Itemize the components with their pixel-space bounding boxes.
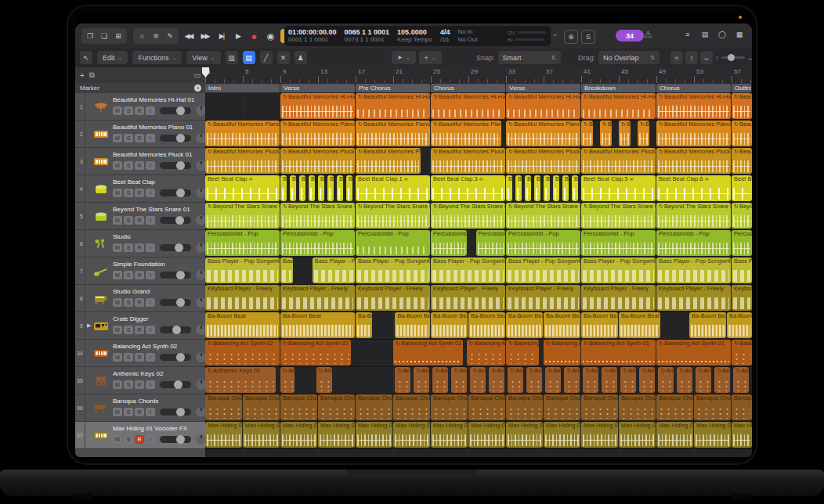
- region[interactable]: ↻Beautiful Memories Pluck 01.2: [656, 148, 731, 174]
- volume-knob[interactable]: [176, 106, 185, 115]
- region[interactable]: Max Hiding 01 V: [205, 422, 242, 448]
- r-button[interactable]: R: [135, 161, 144, 170]
- region[interactable]: Percussionist - Pop: [205, 230, 280, 256]
- bar-ruler[interactable]: 159131721252933374145495357: [205, 67, 752, 83]
- region[interactable]: ↻Balancing Act Synth 02: [205, 340, 280, 365]
- region[interactable]: ↻Beautiful Memories Pluck 02.3: [581, 148, 656, 174]
- region[interactable]: Max Hiding 01 V: [619, 422, 656, 448]
- region[interactable]: Bass Player - Pop Songwriter: [506, 257, 580, 283]
- view-menu[interactable]: View ⌄: [186, 51, 220, 64]
- region[interactable]: Beet Beat Clap: [299, 175, 305, 201]
- region[interactable]: Baroque Chords: [205, 394, 242, 420]
- region[interactable]: Ba-Boom Beat: [581, 312, 618, 338]
- disclosure-icon[interactable]: ▶: [87, 322, 91, 329]
- arrangement-marker[interactable]: Intro: [205, 84, 280, 92]
- r-button[interactable]: R: [135, 435, 144, 444]
- volume-knob[interactable]: [172, 326, 181, 334]
- alert-triangle-icon[interactable]: ⚠: [644, 29, 652, 40]
- s-button[interactable]: S: [124, 380, 133, 389]
- region[interactable]: Bass Player - Pop Songwriter: [313, 257, 355, 283]
- region[interactable]: Ba-Boom Beat: [544, 312, 580, 338]
- i-button[interactable]: I: [146, 435, 155, 444]
- region[interactable]: ↻Anthemic Keys 02: [470, 367, 486, 393]
- editors-icon[interactable]: ✎: [164, 30, 176, 42]
- volume-knob[interactable]: [176, 298, 185, 307]
- forward-button[interactable]: ▶▶: [198, 29, 211, 43]
- region[interactable]: ↻Anthemic Keys 02: [602, 367, 617, 393]
- volume-slider[interactable]: [160, 217, 191, 224]
- region[interactable]: ↻Balancing Act Synth 01: [467, 340, 505, 365]
- region[interactable]: Percussionist - Pop: [581, 230, 656, 256]
- m-button[interactable]: M: [113, 380, 122, 389]
- region[interactable]: Max Hiding 01 V: [431, 422, 468, 448]
- region[interactable]: Max Hiding 01 V: [581, 422, 618, 448]
- region[interactable]: Max Hiding 01 V: [393, 422, 430, 448]
- s-button[interactable]: S: [124, 408, 133, 416]
- region[interactable]: ↻Beautiful Memories Hi-Hat 02.3: [581, 93, 656, 119]
- m-button[interactable]: M: [113, 408, 122, 416]
- r-button[interactable]: R: [135, 326, 144, 334]
- drag-dropdown[interactable]: No Overlap ⇅: [598, 51, 660, 64]
- pan-knob[interactable]: [196, 352, 205, 362]
- horizontal-autozoom-icon[interactable]: ↔: [700, 51, 713, 64]
- region[interactable]: ↻Beautiful Memories Hi-Hat: [732, 93, 752, 119]
- s-button[interactable]: S: [124, 298, 133, 307]
- region[interactable]: ↻Beautiful Memories Piano 01.1: [280, 121, 355, 146]
- add-marker-icon[interactable]: +: [194, 85, 201, 92]
- pan-knob[interactable]: [196, 297, 205, 308]
- region[interactable]: Keyboard Player - Freely: [581, 285, 656, 311]
- m-button[interactable]: M: [113, 435, 122, 444]
- region[interactable]: ↻Anthemic Keys 02: [714, 367, 730, 393]
- library-toggle-icon[interactable]: ❐: [84, 30, 96, 42]
- region[interactable]: Percussionist - Pop: [732, 230, 752, 256]
- volume-slider[interactable]: [160, 272, 191, 279]
- region[interactable]: ↻Anthemic Keys 02: [564, 367, 580, 393]
- i-button[interactable]: I: [146, 408, 155, 416]
- region[interactable]: ↻Beyond The Stars Snare 01.2∞: [656, 203, 731, 229]
- volume-slider[interactable]: [160, 381, 191, 388]
- region[interactable]: Beet Beat Clap: [515, 175, 522, 201]
- vertical-autozoom-icon[interactable]: ↕: [685, 51, 698, 64]
- track-header[interactable]: 36Baroque ChordsMSRI: [75, 394, 205, 422]
- region[interactable]: ↻Beautiful Memories Hi-Hat 03.2: [656, 93, 731, 119]
- i-button[interactable]: I: [146, 326, 155, 334]
- i-button[interactable]: I: [146, 134, 155, 142]
- browsers-icon[interactable]: ▦: [733, 28, 746, 41]
- region[interactable]: ↻Beautiful Memories Pluck 02.2: [506, 148, 580, 174]
- snap-dropdown[interactable]: Smart ⇅: [498, 51, 561, 64]
- no-overlap-icon[interactable]: ⊗: [564, 30, 578, 44]
- region[interactable]: Baroque Chords: [468, 394, 505, 420]
- m-button[interactable]: M: [113, 134, 122, 142]
- arrangement-marker[interactable]: Outtro: [732, 84, 751, 92]
- grid-view-icon[interactable]: ▥: [226, 51, 238, 64]
- r-button[interactable]: R: [135, 298, 144, 307]
- duplicate-track-icon[interactable]: ⧉: [89, 70, 95, 80]
- region[interactable]: ↻Beautiful Memories Piano: [638, 121, 649, 146]
- region[interactable]: Percussionist - Pop: [356, 230, 430, 256]
- region[interactable]: ↻Beyond The Stars Snare 02.2∞: [506, 203, 580, 229]
- region[interactable]: Beet Beat Clap: [327, 175, 334, 201]
- region[interactable]: Keyboard Player - Freely: [506, 285, 580, 311]
- region[interactable]: ↻Beautiful Memories Hi-Hat 02.2: [506, 93, 580, 119]
- region[interactable]: Beet Beat Clap: [534, 175, 540, 201]
- notification-badge[interactable]: 34: [616, 30, 644, 41]
- region[interactable]: ↻Beyond The Stars Snare 01.1∞: [280, 203, 355, 229]
- solo-mode-icon[interactable]: S: [581, 30, 595, 44]
- pan-knob[interactable]: [196, 407, 205, 417]
- region[interactable]: ↻Beautiful Memories Pluck 01: [205, 148, 280, 174]
- arrangement-marker[interactable]: Chorus: [656, 84, 731, 92]
- region[interactable]: Baroque Chords: [280, 394, 317, 420]
- i-button[interactable]: I: [146, 106, 155, 115]
- loop-browser-icon[interactable]: ◯: [716, 28, 728, 41]
- region[interactable]: Bass Player - Pop Songwriter: [581, 257, 656, 283]
- region[interactable]: ↻Beyond The Stars Snare 02.3∞: [581, 203, 656, 229]
- region[interactable]: Baroque Chords: [243, 394, 280, 420]
- region[interactable]: ↻Anthemic Keys 02: [414, 367, 429, 393]
- region[interactable]: Max Hiding 01 V: [506, 422, 543, 448]
- volume-slider[interactable]: [160, 162, 191, 169]
- lcd-display[interactable]: 01:00:00:00.00 0001 1 1 0001 0065 1 1 00…: [284, 26, 551, 46]
- arrangement-marker[interactable]: Verse: [506, 84, 580, 92]
- r-button[interactable]: R: [135, 106, 144, 115]
- region[interactable]: Beet Beat Clap.1∞: [356, 175, 430, 201]
- region[interactable]: Percussionist - Pop: [656, 230, 731, 256]
